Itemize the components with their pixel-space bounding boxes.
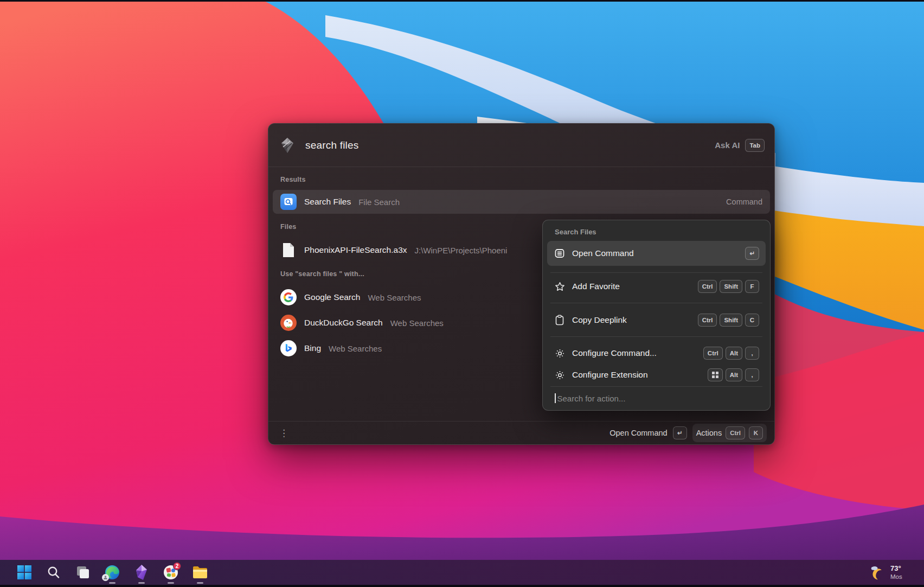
panel-divider [550, 336, 762, 337]
c-key-badge: C [745, 314, 759, 327]
duckduckgo-icon [280, 315, 297, 331]
screen-top-edge [0, 0, 924, 2]
panel-divider [550, 272, 762, 273]
command-list-icon [554, 247, 566, 259]
launcher-footer: ⋮ Open Command ↵ Actions Ctrl K [268, 421, 774, 444]
k-key-badge: K [749, 426, 763, 439]
running-indicator [197, 582, 203, 584]
panel-divider [550, 386, 762, 387]
row-title: Bing [304, 343, 321, 353]
weather-condition: Mos [890, 573, 902, 580]
launcher-header: search files Ask AI Tab [268, 124, 774, 167]
bing-icon [280, 340, 297, 356]
ctrl-key-badge: Ctrl [726, 426, 745, 439]
taskbar: 2 73° Mos [0, 560, 924, 587]
shift-key-badge: Shift [720, 280, 742, 293]
search-input[interactable]: search files [305, 139, 359, 151]
text-caret [555, 393, 556, 403]
file-path: J:\WinPE\Projects\Phoeni [415, 246, 508, 255]
action-configure-extension[interactable]: Configure Extension Alt , [547, 365, 766, 385]
action-search-input[interactable]: Search for action... [547, 387, 766, 409]
star-icon [554, 280, 566, 292]
google-icon [280, 289, 297, 305]
gear-icon [554, 347, 566, 359]
row-subtitle: Web Searches [329, 344, 382, 353]
action-copy-deeplink[interactable]: Copy Deeplink Ctrl Shift C [547, 308, 766, 332]
running-indicator [109, 582, 116, 584]
header-divider [268, 167, 774, 167]
file-title: PhoenixAPI-FileSearch.a3x [304, 245, 407, 255]
start-button[interactable] [10, 560, 39, 585]
running-indicator [138, 582, 145, 584]
edge-browser-button[interactable] [98, 560, 127, 585]
tab-key-badge: Tab [745, 139, 765, 152]
actions-panel: Search Files Open Command ↵ Add Favorite [542, 220, 771, 411]
use-with-section-label: Use "search files " with... [280, 270, 364, 278]
file-explorer-button[interactable] [185, 560, 215, 585]
overflow-menu-icon[interactable]: ⋮ [276, 429, 292, 438]
comma-key-badge: , [745, 368, 759, 381]
task-view-button[interactable] [68, 560, 98, 585]
extension-gem-icon [278, 136, 297, 155]
action-label: Configure Extension [572, 370, 648, 380]
alt-key-badge: Alt [726, 368, 742, 381]
windows-logo-icon [712, 372, 718, 378]
row-title: DuckDuckGo Search [304, 318, 383, 328]
search-icon [47, 565, 61, 579]
moon-cloud-icon [868, 563, 886, 582]
shift-key-badge: Shift [720, 314, 742, 327]
document-icon [282, 242, 295, 258]
row-subtitle: Web Searches [390, 318, 444, 328]
primary-action-label[interactable]: Open Command [609, 429, 667, 437]
ask-ai-label[interactable]: Ask AI [715, 141, 740, 150]
weather-temp: 73° [890, 564, 902, 573]
file-explorer-icon [192, 565, 208, 579]
windows-start-icon [17, 565, 32, 580]
widgets-app-button[interactable]: 2 [156, 560, 185, 585]
purple-gem-icon [134, 564, 149, 580]
results-section-label: Results [280, 176, 306, 183]
comma-key-badge: , [745, 347, 759, 360]
actions-panel-title: Search Files [555, 228, 596, 236]
gear-icon [554, 369, 566, 381]
action-configure-command[interactable]: Configure Command... Ctrl Alt , [547, 343, 766, 363]
ctrl-key-badge: Ctrl [698, 280, 717, 293]
result-title: Search Files [304, 197, 351, 207]
taskbar-search-button[interactable] [39, 560, 68, 585]
enter-key-badge: ↵ [745, 247, 759, 260]
actions-label: Actions [696, 429, 722, 437]
weather-widget[interactable]: 73° Mos [868, 560, 924, 585]
actions-button[interactable]: Actions Ctrl K [692, 424, 767, 442]
f-key-badge: F [745, 280, 759, 293]
task-view-icon [75, 565, 91, 580]
action-label: Copy Deeplink [572, 315, 627, 325]
result-type-label: Command [726, 197, 762, 206]
action-label: Configure Command... [572, 348, 657, 358]
running-indicator [168, 582, 174, 584]
action-label: Add Favorite [572, 282, 620, 291]
ctrl-key-badge: Ctrl [703, 347, 723, 360]
ctrl-key-badge: Ctrl [698, 314, 717, 327]
edge-profile-avatar [102, 574, 109, 581]
gem-app-button[interactable] [127, 560, 156, 585]
notification-badge: 2 [173, 562, 181, 570]
result-subtitle: File Search [358, 197, 400, 207]
alt-key-badge: Alt [726, 347, 742, 360]
row-subtitle: Web Searches [368, 293, 421, 302]
windows-key-badge [708, 368, 723, 381]
row-title: Google Search [304, 292, 360, 302]
file-search-command-icon [280, 194, 297, 210]
clipboard-icon [554, 314, 566, 326]
action-search-placeholder: Search for action... [557, 394, 626, 403]
panel-divider [550, 303, 762, 303]
action-add-favorite[interactable]: Add Favorite Ctrl Shift F [547, 275, 766, 298]
result-row-search-files[interactable]: Search Files File Search Command [273, 190, 770, 214]
action-label: Open Command [572, 248, 634, 258]
action-open-command[interactable]: Open Command ↵ [547, 241, 766, 266]
files-section-label: Files [280, 223, 297, 231]
enter-key-badge: ↵ [673, 426, 687, 439]
desktop: search files Ask AI Tab Results Search F… [0, 0, 924, 587]
